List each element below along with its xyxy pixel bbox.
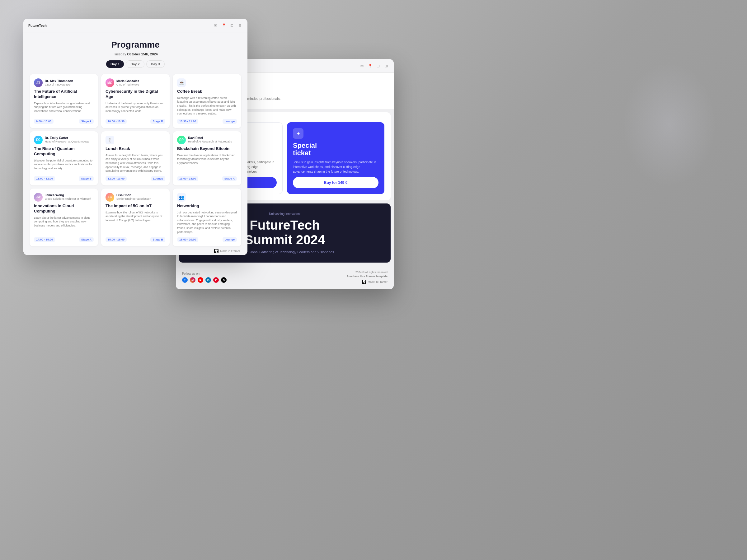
titlebar-icons-left: ✉ 📍 ⊡ ⊞ [213, 23, 242, 28]
speaker-name-1: Dr. Alex Thompson [45, 79, 94, 83]
session-title-5: Lunch Break [105, 146, 165, 152]
mail-icon[interactable]: ✉ [213, 23, 218, 28]
session-card-3: ☕ Coffee Break Recharge with a refreshin… [173, 74, 241, 128]
social-instagram[interactable]: ◎ [190, 277, 196, 283]
session-time-4: 11:00 - 12:00 [34, 176, 55, 181]
session-card-8: LC Lisa Chen Senior Engineer at Ericsson… [101, 189, 170, 246]
session-card-6: RP Ravi Patel Head of AI Research at Fut… [173, 131, 241, 185]
speaker-name-2: Maria Gonzales [117, 79, 165, 83]
session-desc-3: Recharge with a refreshing coffee break … [177, 96, 237, 116]
titlebar-left: FutureTech ✉ 📍 ⊡ ⊞ [23, 19, 248, 32]
session-stage-7: Stage A [79, 237, 94, 242]
programme-body: Programme Tuesday October 15th, 2024 Day… [23, 32, 248, 255]
speaker-name-8: Lisa Chen [117, 193, 165, 197]
session-footer-4: 11:00 - 12:00 Stage B [34, 176, 94, 181]
programme-title: Programme [30, 40, 241, 50]
session-stage-3: Lounge [223, 119, 237, 124]
session-desc-9: Join our dedicated networking session de… [177, 211, 237, 234]
speaker-text-8: Lisa Chen Senior Engineer at Ericsson [117, 193, 165, 201]
speaker-role-2: CTO of TechWave [117, 83, 165, 86]
framer-label-right: Made in Framer [367, 280, 387, 284]
session-footer-8: 15:00 - 16:00 Stage B [105, 237, 165, 242]
speaker-text-2: Maria Gonzales CTO of TechWave [117, 79, 165, 86]
session-time-1: 9:00 - 10:00 [34, 119, 54, 124]
speaker-name-4: Dr. Emily Carter [45, 136, 94, 140]
special-ticket-desc: Join us to gain insights from keynote sp… [293, 160, 379, 174]
day2-tab[interactable]: Day 2 [126, 60, 144, 68]
session-footer-9: 18:00 - 20:00 Lounge [177, 237, 237, 242]
session-time-9: 18:00 - 20:00 [177, 237, 198, 242]
session-stage-1: Stage A [79, 119, 94, 124]
speaker-text-6: Ravi Patel Head of AI Research at Future… [188, 136, 237, 143]
special-ticket-card: ✦ Specialticket Join us to gain insights… [287, 122, 384, 194]
session-title-2: Cybersecurity in the Digital Age [105, 89, 165, 100]
day3-tab[interactable]: Day 3 [146, 60, 165, 68]
session-desc-5: Join us for a delightful lunch break, wh… [105, 153, 165, 173]
session-stage-8: Stage B [150, 237, 165, 242]
speaker-name-7: James Wong [45, 193, 94, 197]
framer-logo-left [214, 249, 218, 253]
networking-icon: 👥 [177, 193, 186, 202]
special-ticket-name: Specialticket [293, 142, 379, 157]
pin-icon[interactable]: 📍 [221, 23, 226, 28]
footer-section: Follow us on f ◎ ▶ in P ✕ 2024 © All rig… [176, 266, 394, 289]
mail-icon-r[interactable]: ✉ [360, 63, 364, 69]
session-time-2: 10:00 - 10:30 [105, 119, 127, 124]
programme-date: Tuesday October 15th, 2024 [30, 52, 241, 56]
social-icons: f ◎ ▶ in P ✕ [182, 277, 227, 283]
framer-logo-right [362, 280, 366, 284]
day1-tab[interactable]: Day 1 [106, 60, 124, 68]
social-pinterest[interactable]: P [213, 277, 219, 283]
speaker-text-1: Dr. Alex Thompson CEO of InnovateTech [45, 79, 94, 86]
session-footer-1: 9:00 - 10:00 Stage A [34, 119, 94, 124]
speaker-info-7: JW James Wong Cloud Solutions Architect … [34, 193, 94, 202]
footer-right: 2024 © All rights reserved Purchase this… [346, 271, 387, 284]
session-time-7: 14:00 - 15:00 [34, 237, 55, 242]
footer-purchase: Purchase this Framer template [346, 275, 387, 278]
avatar-1: AT [34, 78, 43, 87]
session-title-9: Networking [177, 204, 237, 209]
session-footer-2: 10:00 - 10:30 Stage B [105, 119, 165, 124]
framer-icon[interactable]: ⊡ [229, 23, 234, 28]
share-icon-r[interactable]: ⊞ [384, 63, 389, 69]
social-linkedin[interactable]: in [205, 277, 211, 283]
session-desc-8: Examine how the rollout of 5G networks i… [105, 211, 165, 234]
session-card-5: 🍴 Lunch Break Join us for a delightful l… [101, 131, 170, 185]
framer-label-left: Made in Framer [220, 249, 240, 252]
speaker-role-6: Head of AI Research at FutureLabs [188, 140, 237, 143]
share-icon[interactable]: ⊞ [237, 23, 242, 28]
light-effect-right [622, 62, 716, 187]
made-in-framer-right: Made in Framer [346, 280, 387, 284]
session-card-1: AT Dr. Alex Thompson CEO of InnovateTech… [30, 74, 98, 128]
speaker-name-6: Ravi Patel [188, 136, 237, 140]
framer-icon-r[interactable]: ⊡ [376, 63, 381, 69]
brand-left: FutureTech [28, 24, 47, 27]
avatar-4: EC [34, 136, 43, 144]
speaker-text-7: James Wong Cloud Solutions Architect at … [45, 193, 94, 201]
session-time-3: 10:30 - 11:00 [177, 119, 198, 124]
speaker-text-4: Dr. Emily Carter Head of Research at Qua… [45, 136, 94, 143]
social-facebook[interactable]: f [182, 277, 188, 283]
footer-copyright: 2024 © All rights reserved [346, 271, 387, 274]
session-title-7: Innovations in Cloud Computing [34, 204, 94, 214]
session-stage-9: Lounge [223, 237, 237, 242]
buy-special-button[interactable]: Buy for 149 € [293, 177, 379, 188]
session-footer-3: 10:30 - 11:00 Lounge [177, 119, 237, 124]
social-twitter[interactable]: ✕ [221, 277, 227, 283]
social-youtube[interactable]: ▶ [198, 277, 203, 283]
session-card-9: 👥 Networking Join our dedicated networki… [173, 189, 241, 246]
avatar-2: MG [105, 78, 114, 87]
sessions-grid: AT Dr. Alex Thompson CEO of InnovateTech… [30, 74, 241, 246]
speaker-role-4: Head of Research at QuantumLeap [45, 140, 94, 143]
session-card-4: EC Dr. Emily Carter Head of Research at … [30, 131, 98, 185]
session-desc-6: Dive into the diverse applications of bl… [177, 153, 237, 173]
footer-left: Follow us on f ◎ ▶ in P ✕ [182, 272, 227, 283]
session-desc-2: Understand the latest cybersecurity thre… [105, 101, 165, 116]
session-stage-2: Stage B [150, 119, 165, 124]
session-footer-5: 12:00 - 13:00 Lounge [105, 176, 165, 181]
speaker-info-2: MG Maria Gonzales CTO of TechWave [105, 78, 165, 87]
session-footer-6: 13:00 - 14:00 Stage A [177, 176, 237, 181]
pin-icon-r[interactable]: 📍 [367, 63, 372, 69]
session-card-2: MG Maria Gonzales CTO of TechWave Cybers… [101, 74, 170, 128]
session-stage-5: Lounge [151, 176, 165, 181]
